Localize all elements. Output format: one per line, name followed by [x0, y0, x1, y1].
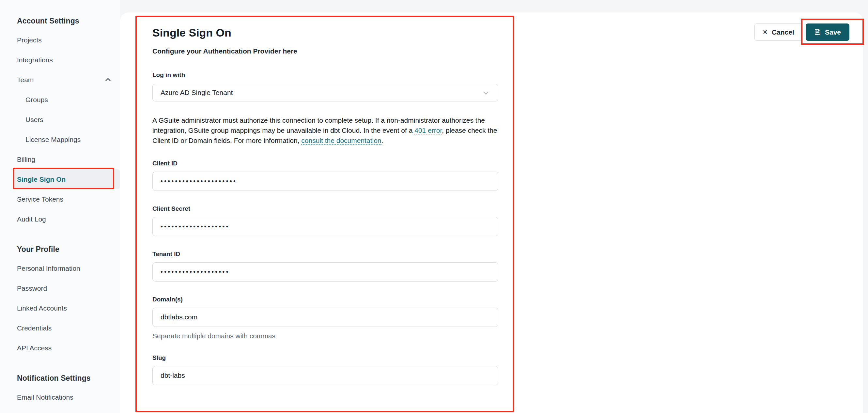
domains-input[interactable]	[152, 308, 498, 327]
domains-label: Domain(s)	[152, 296, 498, 303]
page-title: Single Sign On	[152, 26, 498, 39]
sidebar-item-integrations[interactable]: Integrations	[0, 50, 120, 70]
sidebar-section-notification-settings: Notification Settings	[0, 369, 120, 387]
page-subtitle: Configure your Authentication Provider h…	[152, 47, 498, 55]
sidebar-item-email-notifications[interactable]: Email Notifications	[0, 387, 120, 407]
client-id-field-group: Client ID	[152, 160, 498, 191]
sidebar-item-projects[interactable]: Projects	[0, 30, 120, 50]
client-id-input[interactable]	[152, 171, 498, 191]
slug-input[interactable]	[152, 366, 498, 385]
sidebar-item-audit-log[interactable]: Audit Log	[0, 209, 120, 229]
sidebar-section-account-settings: Account Settings	[0, 12, 120, 30]
chevron-up-icon[interactable]	[104, 76, 112, 84]
settings-sidebar: Account Settings Projects Integrations T…	[0, 0, 120, 413]
sso-settings-panel: Single Sign On Configure your Authentica…	[120, 12, 863, 413]
tenant-id-field-group: Tenant ID	[152, 251, 498, 282]
sidebar-item-personal-information[interactable]: Personal Information	[0, 258, 120, 278]
sidebar-item-single-sign-on[interactable]: Single Sign On	[13, 169, 120, 189]
sso-form: Single Sign On Configure your Authentica…	[152, 26, 498, 385]
auth-provider-selected-value: Azure AD Single Tenant	[160, 89, 232, 97]
tenant-id-label: Tenant ID	[152, 251, 498, 258]
sidebar-item-linked-accounts[interactable]: Linked Accounts	[0, 298, 120, 318]
cancel-button[interactable]: ✕ Cancel	[754, 24, 802, 41]
slug-label: Slug	[152, 354, 498, 361]
save-button[interactable]: Save	[806, 24, 849, 41]
tenant-id-input[interactable]	[152, 262, 498, 282]
gsuite-description: A GSuite administrator must authorize th…	[152, 115, 498, 146]
sidebar-item-api-access[interactable]: API Access	[0, 338, 120, 358]
sidebar-item-credentials[interactable]: Credentials	[0, 318, 120, 338]
sidebar-item-users[interactable]: Users	[0, 109, 120, 129]
sidebar-item-license-mappings[interactable]: License Mappings	[0, 129, 120, 150]
save-floppy-icon	[814, 29, 821, 36]
login-with-label: Log in with	[152, 71, 498, 78]
client-id-label: Client ID	[152, 160, 498, 167]
client-secret-field-group: Client Secret	[152, 205, 498, 236]
sidebar-item-team[interactable]: Team	[0, 70, 120, 90]
sidebar-section-your-profile: Your Profile	[0, 240, 120, 258]
chevron-down-icon	[482, 88, 490, 97]
sidebar-item-groups[interactable]: Groups	[0, 90, 120, 109]
sidebar-item-password[interactable]: Password	[0, 278, 120, 298]
401-error-link[interactable]: 401 error	[414, 127, 442, 134]
sidebar-item-service-tokens[interactable]: Service Tokens	[0, 189, 120, 209]
domains-field-group: Domain(s) Separate multiple domains with…	[152, 296, 498, 340]
domains-helper-text: Separate multiple domains with commas	[152, 332, 498, 340]
close-icon: ✕	[763, 29, 768, 35]
sidebar-item-billing[interactable]: Billing	[0, 150, 120, 169]
slug-field-group: Slug	[152, 354, 498, 385]
auth-provider-select[interactable]: Azure AD Single Tenant	[152, 84, 498, 101]
consult-documentation-link[interactable]: consult the documentation	[301, 137, 381, 145]
client-secret-input[interactable]	[152, 217, 498, 236]
client-secret-label: Client Secret	[152, 205, 498, 212]
